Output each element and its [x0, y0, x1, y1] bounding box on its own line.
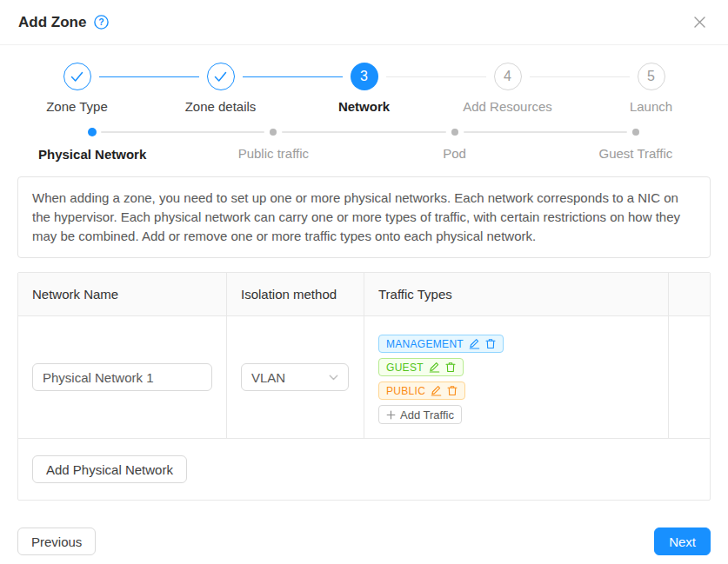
description-text: When adding a zone, you need to set up o…: [32, 190, 680, 243]
question-circle-icon[interactable]: ?: [94, 15, 109, 30]
table-header: Network Name Isolation method Traffic Ty…: [18, 273, 710, 316]
check-icon: [63, 63, 91, 90]
substep-label: Guest Traffic: [545, 146, 726, 162]
next-button[interactable]: Next: [654, 528, 711, 555]
step-zone-details: Zone details: [149, 63, 292, 115]
step-add-resources: 4 Add Resources: [436, 63, 579, 115]
substep-label: Pod: [364, 146, 545, 162]
substep-label: Public traffic: [183, 146, 364, 162]
tag-label: MANAGEMENT: [386, 338, 464, 350]
traffic-tag-guest: GUEST: [378, 358, 464, 376]
substep-pod: Pod: [364, 128, 545, 163]
edit-icon[interactable]: [469, 338, 480, 349]
svg-text:?: ?: [99, 17, 104, 27]
description-box: When adding a zone, you need to set up o…: [17, 176, 711, 258]
step-label: Zone Type: [5, 99, 149, 115]
step-label: Zone details: [149, 99, 292, 115]
isolation-method-select[interactable]: VLAN: [241, 363, 349, 391]
column-header-isolation-method: Isolation method: [227, 273, 364, 315]
edit-icon[interactable]: [431, 385, 442, 396]
substep-guest-traffic: Guest Traffic: [545, 128, 726, 163]
close-icon[interactable]: [690, 12, 710, 32]
tag-label: GUEST: [386, 362, 424, 374]
step-dot-icon: [632, 129, 639, 136]
step-zone-type: Zone Type: [5, 63, 149, 115]
column-header-empty: [669, 273, 710, 315]
trash-icon[interactable]: [445, 362, 456, 373]
traffic-tag-list: MANAGEMENT GUEST: [378, 335, 654, 424]
substep-physical-network: Physical Network: [2, 128, 183, 163]
table-footer: Add Physical Network: [18, 439, 710, 500]
isolation-method-cell: VLAN: [227, 316, 364, 438]
tag-label: PUBLIC: [386, 385, 425, 397]
trash-icon[interactable]: [485, 338, 496, 349]
step-dot-icon: [270, 129, 277, 136]
wizard-steps: Zone Type Zone details 3 Network 4 Add R…: [0, 63, 728, 115]
trash-icon[interactable]: [447, 385, 458, 396]
substep-label: Physical Network: [2, 147, 183, 163]
selected-isolation-method: VLAN: [251, 370, 285, 385]
step-label: Launch: [579, 99, 723, 115]
step-number: 4: [494, 63, 522, 90]
edit-icon[interactable]: [429, 362, 440, 373]
dialog-footer: Previous Next: [0, 528, 728, 555]
substep-public-traffic: Public traffic: [183, 128, 364, 163]
traffic-types-cell: MANAGEMENT GUEST: [364, 316, 669, 438]
step-label: Add Resources: [436, 99, 579, 115]
add-traffic-button[interactable]: Add Traffic: [378, 405, 462, 424]
step-launch: 5 Launch: [579, 63, 723, 115]
plus-icon: [386, 410, 396, 420]
check-icon: [207, 63, 235, 90]
add-traffic-label: Add Traffic: [400, 408, 454, 421]
step-number: 3: [351, 63, 378, 90]
traffic-tag-public: PUBLIC: [378, 382, 465, 400]
step-number: 5: [638, 63, 665, 90]
step-label: Network: [292, 99, 436, 115]
table-row: VLAN MANAGEMENT: [18, 316, 710, 439]
previous-button[interactable]: Previous: [17, 528, 96, 555]
step-dot-icon: [451, 129, 458, 136]
network-name-cell: [18, 316, 227, 438]
row-actions-cell: [669, 316, 710, 438]
chevron-down-icon: [329, 375, 338, 381]
physical-network-table: Network Name Isolation method Traffic Ty…: [17, 272, 711, 501]
dialog-header: Add Zone ?: [0, 0, 728, 45]
add-physical-network-button[interactable]: Add Physical Network: [32, 455, 187, 483]
step-dot-icon: [88, 128, 97, 136]
column-header-network-name: Network Name: [18, 273, 227, 315]
traffic-tag-management: MANAGEMENT: [378, 335, 504, 353]
dialog-title: Add Zone: [18, 14, 86, 31]
step-network: 3 Network: [292, 63, 436, 115]
column-header-traffic-types: Traffic Types: [364, 273, 669, 315]
network-substeps: Physical Network Public traffic Pod Gues…: [0, 128, 728, 163]
network-name-input[interactable]: [32, 363, 212, 391]
add-zone-dialog: Add Zone ? Zone Type Zone details 3 Netw…: [0, 0, 728, 564]
